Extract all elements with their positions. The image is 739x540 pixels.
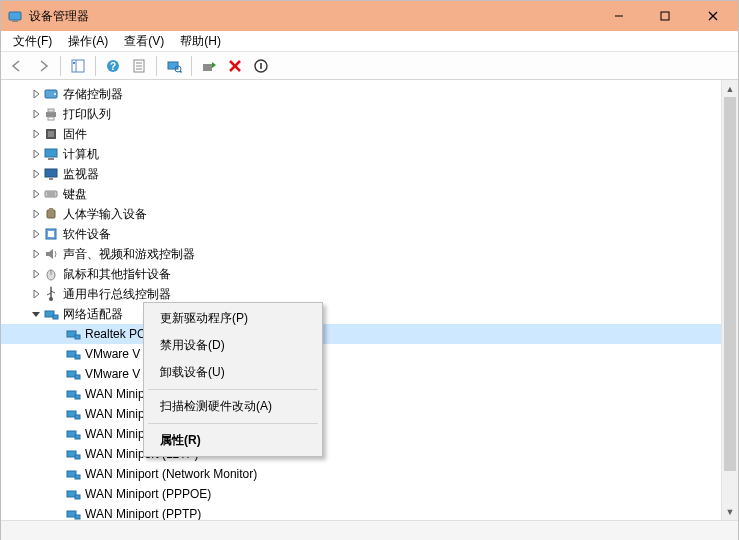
svg-rect-37 [49, 208, 53, 211]
help-button[interactable]: ? [101, 55, 125, 77]
tree-node-label: Realtek PC [85, 327, 146, 341]
chevron-right-icon[interactable] [29, 129, 43, 139]
svg-rect-54 [75, 415, 80, 419]
tree-row[interactable]: WAN Minip [1, 404, 738, 424]
tree-row[interactable]: 存储控制器 [1, 84, 738, 104]
tree-row[interactable]: VMware V [1, 364, 738, 384]
titlebar: 设备管理器 [1, 1, 738, 31]
network-icon [43, 306, 59, 322]
mouse-icon [43, 266, 59, 282]
svg-rect-6 [72, 60, 84, 72]
chevron-right-icon[interactable] [29, 249, 43, 259]
scroll-up-button[interactable]: ▲ [722, 80, 738, 97]
tree-row[interactable]: VMware V [1, 344, 738, 364]
tree-row[interactable]: WAN Miniport (PPPOE) [1, 484, 738, 504]
svg-rect-15 [168, 62, 178, 69]
tree-row[interactable]: WAN Minip [1, 424, 738, 444]
tree-container: 存储控制器打印队列固件计算机监视器键盘人体学输入设备软件设备声音、视频和游戏控制… [1, 80, 738, 520]
nic-icon [65, 366, 81, 382]
svg-rect-28 [48, 131, 54, 137]
tree-row[interactable]: WAN Miniport (Network Monitor) [1, 464, 738, 484]
tree-node-label: WAN Miniport (PPPOE) [85, 487, 211, 501]
tree-row[interactable]: WAN Minip [1, 384, 738, 404]
svg-rect-64 [75, 515, 80, 519]
show-hide-console-tree-button[interactable] [66, 55, 90, 77]
vertical-scrollbar[interactable]: ▲ ▼ [721, 80, 738, 520]
usb-icon [43, 286, 59, 302]
tree-row[interactable]: 打印队列 [1, 104, 738, 124]
menu-help[interactable]: 帮助(H) [172, 31, 229, 52]
scroll-thumb[interactable] [724, 97, 736, 471]
chevron-right-icon[interactable] [29, 229, 43, 239]
tree-row[interactable]: 网络适配器 [1, 304, 738, 324]
chevron-right-icon[interactable] [29, 109, 43, 119]
nic-icon [65, 486, 81, 502]
nic-icon [65, 326, 81, 342]
svg-rect-44 [53, 315, 58, 319]
uninstall-device-button[interactable] [223, 55, 247, 77]
svg-rect-50 [75, 375, 80, 379]
scroll-down-button[interactable]: ▼ [722, 503, 738, 520]
menu-view[interactable]: 查看(V) [116, 31, 172, 52]
toolbar-separator [95, 56, 96, 76]
scroll-track[interactable] [722, 97, 738, 503]
tree-row[interactable]: 通用串行总线控制器 [1, 284, 738, 304]
nic-icon [65, 506, 81, 520]
window-title: 设备管理器 [29, 8, 596, 25]
menubar: 文件(F) 操作(A) 查看(V) 帮助(H) [1, 31, 738, 52]
properties-button[interactable] [127, 55, 151, 77]
tree-node-label: 通用串行总线控制器 [63, 286, 171, 303]
tree-node-label: WAN Minip [85, 427, 145, 441]
tree-row[interactable]: 监视器 [1, 164, 738, 184]
tree-row[interactable]: 人体学输入设备 [1, 204, 738, 224]
chevron-right-icon[interactable] [29, 169, 43, 179]
update-driver-button[interactable] [197, 55, 221, 77]
tree-row[interactable]: WAN Miniport (PPTP) [1, 504, 738, 520]
context-menu: 更新驱动程序(P) 禁用设备(D) 卸载设备(U) 扫描检测硬件改动(A) 属性… [143, 302, 323, 457]
app-icon [7, 8, 23, 24]
tree-row[interactable]: WAN Miniport (L2TP) [1, 444, 738, 464]
printer-icon [43, 106, 59, 122]
scan-hardware-button[interactable] [162, 55, 186, 77]
svg-rect-24 [46, 112, 56, 117]
menu-file[interactable]: 文件(F) [5, 31, 60, 52]
close-button[interactable] [688, 1, 738, 31]
ctx-properties[interactable]: 属性(R) [146, 427, 320, 454]
chevron-right-icon[interactable] [29, 269, 43, 279]
tree-row[interactable]: 鼠标和其他指针设备 [1, 264, 738, 284]
tree-row[interactable]: 软件设备 [1, 224, 738, 244]
svg-rect-33 [45, 191, 57, 197]
sound-icon [43, 246, 59, 262]
tree-node-label: 计算机 [63, 146, 99, 163]
chevron-down-icon[interactable] [29, 309, 43, 319]
menu-action[interactable]: 操作(A) [60, 31, 116, 52]
forward-button[interactable] [31, 55, 55, 77]
minimize-button[interactable] [596, 1, 642, 31]
tree-row[interactable]: 声音、视频和游戏控制器 [1, 244, 738, 264]
toolbar: ? [1, 52, 738, 80]
disable-device-button[interactable] [249, 55, 273, 77]
tree-node-label: WAN Miniport (PPTP) [85, 507, 201, 520]
back-button[interactable] [5, 55, 29, 77]
svg-line-17 [180, 71, 182, 73]
chevron-right-icon[interactable] [29, 189, 43, 199]
chevron-right-icon[interactable] [29, 149, 43, 159]
chevron-right-icon[interactable] [29, 89, 43, 99]
tree-row[interactable]: 计算机 [1, 144, 738, 164]
tree-row[interactable]: Realtek PC [1, 324, 738, 344]
svg-rect-0 [9, 12, 21, 20]
ctx-disable-device[interactable]: 禁用设备(D) [146, 332, 320, 359]
svg-rect-56 [75, 435, 80, 439]
tree-node-label: WAN Minip [85, 387, 145, 401]
ctx-uninstall-device[interactable]: 卸载设备(U) [146, 359, 320, 386]
tree-row[interactable]: 固件 [1, 124, 738, 144]
maximize-button[interactable] [642, 1, 688, 31]
tree-node-label: VMware V [85, 367, 140, 381]
chevron-right-icon[interactable] [29, 289, 43, 299]
device-tree[interactable]: 存储控制器打印队列固件计算机监视器键盘人体学输入设备软件设备声音、视频和游戏控制… [1, 80, 738, 520]
ctx-scan-hardware[interactable]: 扫描检测硬件改动(A) [146, 393, 320, 420]
tree-row[interactable]: 键盘 [1, 184, 738, 204]
ctx-update-driver[interactable]: 更新驱动程序(P) [146, 305, 320, 332]
chevron-right-icon[interactable] [29, 209, 43, 219]
tree-node-label: 软件设备 [63, 226, 111, 243]
